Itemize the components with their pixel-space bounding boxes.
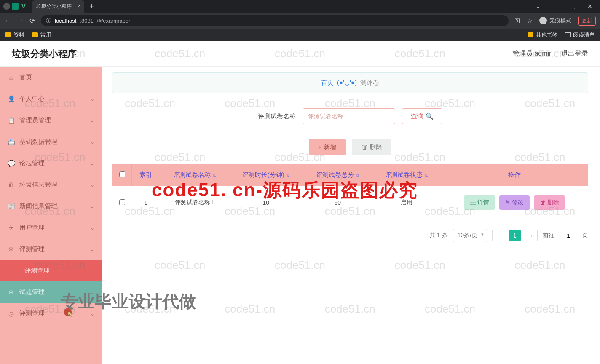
sidebar-item-label: 基础数据管理 [19,138,57,146]
folder-icon [32,32,38,37]
search-button[interactable]: 查询 🔍 [402,108,442,124]
logout-link[interactable]: 退出登录 [561,49,588,58]
search-label: 评测试卷名称 [258,112,296,120]
clock-icon: ◷ [8,310,14,318]
sidebar-sub-exammgr[interactable]: 评测管理 [0,260,102,281]
table-header-row: 索引 评测试卷名称 ⇅ 评测时长(分钟) ⇅ 评测试卷总分 ⇅ 评测试卷状态 ⇅… [112,164,588,186]
tab-favicons: V [0,3,30,10]
page-unit: 页 [582,232,588,239]
sidebar-item-exam2[interactable]: ◷评测管理⌄ [0,303,102,324]
app-header: 垃圾分类小程序 管理员 admin 退出登录 [0,41,600,67]
prev-page-button[interactable]: ‹ [492,230,504,241]
search-icon: 🔍 [426,112,434,120]
favicon-green-icon [12,3,19,10]
bookmark-label: 资料 [13,31,24,39]
sidebar-item-label: 评测管理 [19,245,45,253]
doc-icon: ▤ [470,199,476,206]
sidebar-item-news[interactable]: 📰新闻信息管理⌄ [0,195,102,217]
bookmark-folder-1[interactable]: 资料 [5,31,24,39]
th-score[interactable]: 评测试卷总分 ⇅ [303,164,372,186]
forward-button[interactable]: → [17,17,24,24]
th-status[interactable]: 评测试卷状态 ⇅ [372,164,441,186]
chevron-down-icon: ⌄ [90,311,94,317]
app-root: 垃圾分类小程序 管理员 admin 退出登录 ⌂首页 👤个人中心⌄ 📋管理员管理… [0,41,600,364]
th-duration[interactable]: 评测时长(分钟) ⇅ [229,164,303,186]
sidebar-item-exam[interactable]: ✉评测管理⌄ [0,238,102,260]
search-input[interactable] [303,108,395,124]
bookmark-folder-2[interactable]: 常用 [32,31,51,39]
row-delete-button[interactable]: 🗑 删除 [534,195,565,210]
new-tab-button[interactable]: + [89,2,94,11]
star-icon[interactable]: ☆ [527,17,533,24]
window-controls: ⌄ — ▢ ✕ [528,3,600,10]
sidebar-item-profile[interactable]: 👤个人中心⌄ [0,88,102,110]
trash-icon: 🗑 [8,181,14,188]
face-icon: (●'◡'●) [337,79,357,86]
sort-icon: ⇅ [286,173,290,178]
th-actions: 操作 [441,164,588,186]
sidebar-sub-label: 试题管理 [19,288,45,296]
table-row: 1 评测试卷名称1 10 60 启用 ▤ 详情 ✎ 修改 🗑 删除 [112,186,588,219]
th-index: 索引 [132,164,160,186]
reload-button[interactable]: ⟳ [29,17,35,25]
bookmarks-bar: 资料 常用 其他书签 阅读清单 [0,29,600,41]
edit-button[interactable]: ✎ 修改 [499,195,530,210]
chevron-down-icon: ⌄ [90,246,94,252]
chat-icon: 💬 [8,160,14,167]
cell-score: 60 [303,186,372,219]
reading-list[interactable]: 阅读清单 [565,31,595,39]
browser-navbar: ← → ⟳ ⓘ localhost:8081/#/exampaper ⚿ ☆ 无… [0,13,600,29]
admin-label[interactable]: 管理员 admin [512,49,553,58]
browser-tab[interactable]: 垃圾分类小程序 × [32,0,84,13]
minimize-button[interactable]: — [552,3,558,10]
url-bar[interactable]: ⓘ localhost:8081/#/exampaper [41,15,509,26]
bookmark-label: 其他书签 [536,31,558,39]
circle-plus-icon: ⊕ [8,289,14,296]
sidebar-item-label: 个人中心 [19,95,45,103]
sidebar-item-users[interactable]: ✈用户管理⌄ [0,217,102,238]
delete-button[interactable]: 🗑 删除 [352,139,391,155]
sort-icon: ⇅ [424,173,428,178]
trash-icon: 🗑 [540,199,546,206]
goto-input[interactable] [560,230,577,241]
plane-icon: ✈ [8,224,14,232]
select-all-checkbox[interactable] [119,171,125,177]
sidebar: ⌂首页 👤个人中心⌄ 📋管理员管理⌄ 📇基础数据管理⌄ 💬论坛管理⌄ 🗑垃圾信息… [0,67,102,364]
sidebar-item-home[interactable]: ⌂首页 [0,67,102,88]
th-name[interactable]: 评测试卷名称 ⇅ [160,164,229,186]
sidebar-item-basedata[interactable]: 📇基础数据管理⌄ [0,131,102,153]
data-table: 索引 评测试卷名称 ⇅ 评测时长(分钟) ⇅ 评测试卷总分 ⇅ 评测试卷状态 ⇅… [112,164,588,219]
page-size-select[interactable]: 10条/页 [453,229,487,242]
chevron-down-icon: ⌄ [90,203,94,209]
sort-icon: ⇅ [212,173,216,178]
sidebar-item-forum[interactable]: 💬论坛管理⌄ [0,153,102,174]
sidebar-item-admin[interactable]: 📋管理员管理⌄ [0,110,102,131]
chevron-down-icon: ⌄ [90,225,94,231]
back-button[interactable]: ← [4,17,11,24]
row-checkbox[interactable] [119,199,125,205]
crumb-home[interactable]: 首页 [321,79,334,86]
window-close-button[interactable]: ✕ [587,3,592,10]
cell-actions: ▤ 详情 ✎ 修改 🗑 删除 [441,186,588,219]
favicon-circle-icon [3,3,10,10]
page-number-current[interactable]: 1 [509,230,521,241]
detail-button[interactable]: ▤ 详情 [464,195,495,210]
mail-icon: ✉ [8,246,14,253]
app-title: 垃圾分类小程序 [12,48,77,60]
sidebar-sub-question[interactable]: ⊕试题管理⌄ [0,281,102,303]
dropdown-icon[interactable]: ⌄ [536,3,541,10]
maximize-button[interactable]: ▢ [570,3,576,10]
tab-close-icon[interactable]: × [78,3,81,9]
next-page-button[interactable]: › [526,230,538,241]
add-button[interactable]: + 新增 [309,139,346,155]
chevron-down-icon: ⌄ [90,118,94,123]
tab-title: 垃圾分类小程序 [36,3,72,9]
bookmark-other[interactable]: 其他书签 [528,31,558,39]
update-button[interactable]: 更新 [578,16,596,26]
news-icon: 📰 [8,203,14,210]
crumb-current: 测评卷 [360,79,379,86]
key-icon[interactable]: ⚿ [514,17,520,24]
goto-label: 前往 [543,232,554,239]
sidebar-item-trash[interactable]: 🗑垃圾信息管理⌄ [0,174,102,195]
browser-titlebar: V 垃圾分类小程序 × + ⌄ — ▢ ✕ [0,0,600,13]
